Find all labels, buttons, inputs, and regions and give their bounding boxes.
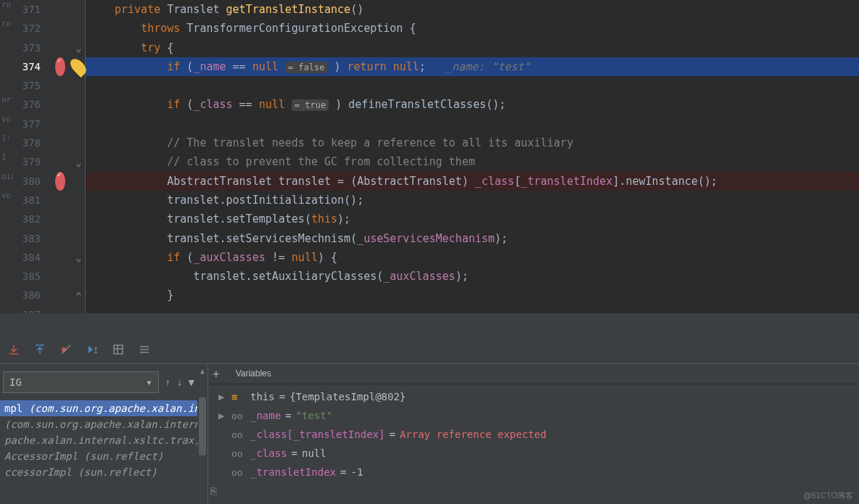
download-icon[interactable] [7, 343, 20, 356]
expand-icon[interactable]: ▶ [218, 391, 227, 402]
variables-header: Variables [227, 364, 280, 384]
editor-area: roroorvo]:1oidvo 371 372 373 374 375 376… [0, 0, 859, 313]
thread-label: IG [9, 376, 22, 388]
variable-value: -1 [350, 466, 363, 478]
thread-dropdown[interactable]: IG ▾ [3, 371, 159, 393]
fold-gutter[interactable]: ⌄ ⌄⌄⌃ [73, 0, 86, 313]
filter-icon[interactable]: ▼ [189, 376, 194, 388]
frames-controls: IG ▾ ↑ ↓ ▼ [0, 364, 197, 400]
mute-breakpoints-icon[interactable] [59, 343, 73, 356]
code-line[interactable] [86, 115, 859, 133]
prev-frame-icon[interactable]: ↑ [165, 376, 170, 388]
code-editor[interactable]: private Translet getTransletInstance() t… [86, 0, 859, 313]
variables-tree[interactable]: ▶ ≡ this = {TemplatesImpl@802} ▶ oo _nam… [208, 384, 859, 484]
line-number: 373 [13, 38, 41, 57]
frame-item[interactable]: pache.xalan.internal.xsltc.trax) [0, 432, 197, 448]
svg-text:I: I [94, 347, 98, 355]
code-line-breakpoint[interactable]: AbstractTranslet translet = (AbstractTra… [86, 172, 859, 191]
variable-name: _class [250, 447, 287, 459]
variable-row[interactable]: oo _transletIndex = -1 [218, 463, 849, 482]
variable-name: _name [250, 410, 281, 421]
line-number: 383 [13, 229, 41, 248]
line-number: 380 [13, 172, 41, 191]
svg-rect-2 [114, 345, 123, 354]
frame-item[interactable]: (com.sun.org.apache.xalan.interna [0, 416, 197, 432]
frame-item[interactable]: mpl mpl (com.sun.org.apache.xalan.int(co… [0, 400, 197, 416]
variable-value: {TemplatesImpl@802} [289, 391, 406, 402]
code-line[interactable]: translet.setServicesMechnism(_useService… [86, 229, 859, 248]
frame-item[interactable]: ccessorImpl (sun.reflect) [0, 464, 197, 480]
line-number: 371 [13, 0, 41, 19]
breakpoint-icon[interactable] [55, 57, 65, 76]
code-line[interactable] [86, 305, 859, 313]
code-line-current[interactable]: if (_name == null = false ) return null;… [86, 57, 859, 76]
watch-icon: oo [231, 467, 246, 478]
line-number: 376 [13, 95, 41, 114]
line-number: 385 [13, 267, 41, 286]
watch-icon: oo [231, 448, 246, 459]
variable-name: _class[_transletIndex] [250, 429, 385, 440]
variable-row[interactable]: oo _class = null [218, 444, 849, 463]
frames-scrollbar[interactable] [197, 364, 207, 504]
code-line[interactable]: if (_class == null = true ) defineTransl… [86, 95, 859, 114]
watch-icon: oo [231, 410, 246, 421]
variable-value: null [302, 447, 326, 459]
line-number: 377 [13, 115, 41, 133]
code-line[interactable]: translet.setTemplates(this); [86, 210, 859, 228]
line-number: 381 [13, 191, 41, 210]
line-number: 382 [13, 210, 41, 228]
copy-icon[interactable]: ⎘ [210, 485, 216, 497]
table-icon[interactable] [112, 343, 125, 356]
variable-value: Array reference expected [400, 429, 546, 440]
breakpoint-gutter[interactable] [48, 0, 73, 313]
code-line[interactable]: translet.postInitialization(); [86, 191, 859, 210]
debug-toolbar: I [0, 335, 859, 364]
variable-row[interactable]: ▶ oo _name = "test" [218, 406, 849, 425]
upload-icon[interactable] [33, 343, 46, 356]
debugger-panel: IG ▾ ↑ ↓ ▼ mpl mpl (com.sun.org.apache.x… [0, 364, 859, 504]
code-line[interactable]: private Translet getTransletInstance() [86, 0, 859, 19]
line-number-gutter: 371 372 373 374 375 376 377 378 379 380 … [13, 0, 48, 313]
frame-list[interactable]: mpl mpl (com.sun.org.apache.xalan.int(co… [0, 400, 197, 480]
drop-frame-icon[interactable]: I [86, 343, 99, 356]
code-line[interactable]: // class to prevent the GC from collecti… [86, 152, 859, 171]
code-line[interactable]: translet.setAuxiliaryClasses(_auxClasses… [86, 267, 859, 286]
frame-item[interactable]: AccessorImpl (sun.reflect) [0, 448, 197, 464]
this-icon: ≡ [231, 391, 246, 402]
variable-name: _transletIndex [250, 466, 336, 478]
line-number: 372 [13, 19, 41, 38]
expand-icon[interactable]: ▶ [218, 410, 227, 421]
line-number: 384 [13, 248, 41, 267]
variable-name: this [250, 391, 275, 402]
chevron-down-icon: ▾ [146, 376, 152, 388]
line-number: 379 [13, 152, 41, 171]
line-number: 386 [13, 286, 41, 305]
variable-row[interactable]: ▶ ≡ this = {TemplatesImpl@802} [218, 387, 849, 406]
structure-gutter: roroorvo]:1oidvo [0, 0, 13, 313]
watch-icon: oo [231, 429, 246, 440]
panel-divider[interactable] [0, 313, 859, 335]
line-number: 375 [13, 76, 41, 95]
next-frame-icon[interactable]: ↓ [176, 376, 182, 388]
code-line[interactable]: if (_auxClasses != null) { [86, 248, 859, 267]
line-number: 378 [13, 133, 41, 152]
settings-icon[interactable] [138, 343, 151, 356]
variable-value: "test" [296, 410, 333, 421]
code-line[interactable] [86, 76, 859, 95]
variable-row[interactable]: oo _class[_transletIndex] = Array refere… [218, 425, 849, 444]
watermark: @51CTO博客 [804, 490, 853, 501]
variables-panel: + Variables ▶ ≡ this = {TemplatesImpl@80… [207, 364, 859, 504]
line-number: 374 [13, 57, 41, 76]
frames-panel: IG ▾ ↑ ↓ ▼ mpl mpl (com.sun.org.apache.x… [0, 364, 197, 504]
code-line[interactable]: try { [86, 38, 859, 57]
code-line[interactable]: } [86, 286, 859, 305]
code-line[interactable]: // The translet needs to keep a referenc… [86, 133, 859, 152]
code-line[interactable]: throws TransformerConfigurationException… [86, 19, 859, 38]
breakpoint-icon[interactable] [55, 172, 65, 191]
line-number: 387 [13, 305, 41, 313]
add-watch-icon[interactable]: + [213, 367, 220, 381]
